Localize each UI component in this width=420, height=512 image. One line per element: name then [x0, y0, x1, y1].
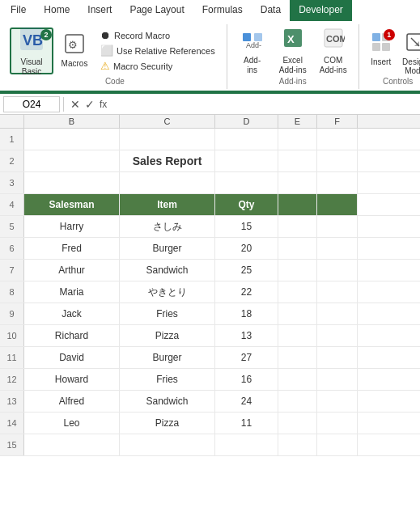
cell-b5[interactable]: Harry	[24, 216, 120, 237]
cell-b3[interactable]	[24, 172, 120, 193]
cell-d6[interactable]: 20	[215, 238, 278, 259]
cell-d12[interactable]: 16	[215, 369, 278, 390]
cell-e6[interactable]	[278, 238, 317, 259]
tab-formulas[interactable]: Formulas	[193, 0, 252, 21]
cell-f13[interactable]	[317, 391, 358, 412]
cell-f2[interactable]	[317, 150, 358, 171]
com-add-ins-button[interactable]: COM COMAdd-ins	[315, 28, 352, 74]
cell-e14[interactable]	[278, 413, 317, 434]
cell-b2[interactable]	[24, 150, 120, 171]
cell-f12[interactable]	[317, 369, 358, 390]
tab-page-layout[interactable]: Page Layout	[121, 0, 193, 21]
col-header-b[interactable]: B	[24, 115, 120, 128]
cell-b10[interactable]: Richard	[24, 325, 120, 346]
name-box[interactable]	[3, 96, 60, 112]
cell-e3[interactable]	[278, 172, 317, 193]
cell-e11[interactable]	[278, 347, 317, 368]
cell-d7[interactable]: 25	[215, 260, 278, 281]
cell-f10[interactable]	[317, 325, 358, 346]
cell-f3[interactable]	[317, 172, 358, 193]
cell-d1[interactable]	[215, 129, 278, 150]
cell-b7[interactable]: Arthur	[24, 260, 120, 281]
cell-b9[interactable]: Jack	[24, 303, 120, 324]
cell-b12[interactable]: Howard	[24, 369, 120, 390]
excel-add-ins-button[interactable]: X ExcelAdd-ins	[274, 28, 312, 74]
cell-f7[interactable]	[317, 260, 358, 281]
cell-d5[interactable]: 15	[215, 216, 278, 237]
cell-e8[interactable]	[278, 281, 317, 303]
record-macro-button[interactable]: ⏺ Record Macro	[95, 28, 220, 43]
cell-c10[interactable]: Pizza	[120, 325, 215, 346]
cell-f8[interactable]	[317, 281, 358, 303]
cell-f14[interactable]	[317, 413, 358, 434]
col-header-e[interactable]: E	[278, 115, 317, 128]
header-qty[interactable]: Qty	[215, 194, 278, 215]
cell-b6[interactable]: Fred	[24, 238, 120, 259]
cell-f5[interactable]	[317, 216, 358, 237]
confirm-formula-icon[interactable]: ✓	[85, 98, 95, 111]
cell-c6[interactable]: Burger	[120, 238, 215, 259]
cell-b15[interactable]	[24, 434, 120, 455]
cell-f9[interactable]	[317, 303, 358, 324]
col-header-f[interactable]: F	[317, 115, 358, 128]
header-salesman[interactable]: Salesman	[24, 194, 120, 215]
cell-d3[interactable]	[215, 172, 278, 193]
macros-button[interactable]: ⚙ Macros	[57, 28, 92, 74]
cell-c3[interactable]	[120, 172, 215, 193]
tab-data[interactable]: Data	[252, 0, 290, 21]
tab-developer[interactable]: Developer	[290, 0, 352, 21]
formula-input[interactable]	[110, 99, 417, 110]
cell-c1[interactable]	[120, 129, 215, 150]
cell-d15[interactable]	[215, 434, 278, 455]
cell-d8[interactable]: 22	[215, 281, 278, 303]
col-header-c[interactable]: C	[120, 115, 215, 128]
cell-b14[interactable]: Leo	[24, 413, 120, 434]
cell-c12[interactable]: Fries	[120, 369, 215, 390]
cell-e10[interactable]	[278, 325, 317, 346]
cell-c11[interactable]: Burger	[120, 347, 215, 368]
cell-e7[interactable]	[278, 260, 317, 281]
cell-c7[interactable]: Sandwich	[120, 260, 215, 281]
cell-f11[interactable]	[317, 347, 358, 368]
cell-b13[interactable]: Alfred	[24, 391, 120, 412]
cell-c15[interactable]	[120, 434, 215, 455]
cell-c14[interactable]: Pizza	[120, 413, 215, 434]
cell-e5[interactable]	[278, 216, 317, 237]
header-item[interactable]: Item	[120, 194, 215, 215]
cell-e13[interactable]	[278, 391, 317, 412]
cell-e2[interactable]	[278, 150, 317, 171]
add-ins-button[interactable]: Add- Add-ins	[234, 28, 271, 74]
cell-c8[interactable]: やきとり	[120, 281, 215, 303]
cell-c2-title[interactable]: Sales Report	[120, 150, 215, 171]
cell-d14[interactable]: 11	[215, 413, 278, 434]
cell-d10[interactable]: 13	[215, 325, 278, 346]
cell-c5[interactable]: さしみ	[120, 216, 215, 237]
use-relative-button[interactable]: ⬜ Use Relative References	[95, 43, 220, 58]
cell-e15[interactable]	[278, 434, 317, 455]
col-header-d[interactable]: D	[215, 115, 278, 128]
tab-home[interactable]: Home	[35, 0, 78, 21]
cell-e1[interactable]	[278, 129, 317, 150]
cell-d2[interactable]	[215, 150, 278, 171]
cell-f1[interactable]	[317, 129, 358, 150]
cell-d11[interactable]: 27	[215, 347, 278, 368]
macro-security-button[interactable]: ⚠ Macro Security	[95, 58, 220, 74]
cell-f4[interactable]	[317, 194, 358, 215]
cell-b8[interactable]: Maria	[24, 281, 120, 303]
tab-insert[interactable]: Insert	[78, 0, 121, 21]
insert-function-icon[interactable]: fx	[100, 99, 107, 110]
design-mode-button[interactable]: DesignMode	[400, 28, 420, 74]
cell-c9[interactable]: Fries	[120, 303, 215, 324]
cell-c13[interactable]: Sandwich	[120, 391, 215, 412]
cell-f6[interactable]	[317, 238, 358, 259]
tab-file[interactable]: File	[2, 0, 35, 21]
cell-b1[interactable]	[24, 129, 120, 150]
cell-e4[interactable]	[278, 194, 317, 215]
cell-e12[interactable]	[278, 369, 317, 390]
cell-b11[interactable]: David	[24, 347, 120, 368]
cell-d9[interactable]: 18	[215, 303, 278, 324]
cell-d13[interactable]: 24	[215, 391, 278, 412]
cell-e9[interactable]	[278, 303, 317, 324]
cell-f15[interactable]	[317, 434, 358, 455]
cancel-formula-icon[interactable]: ✕	[70, 98, 80, 111]
